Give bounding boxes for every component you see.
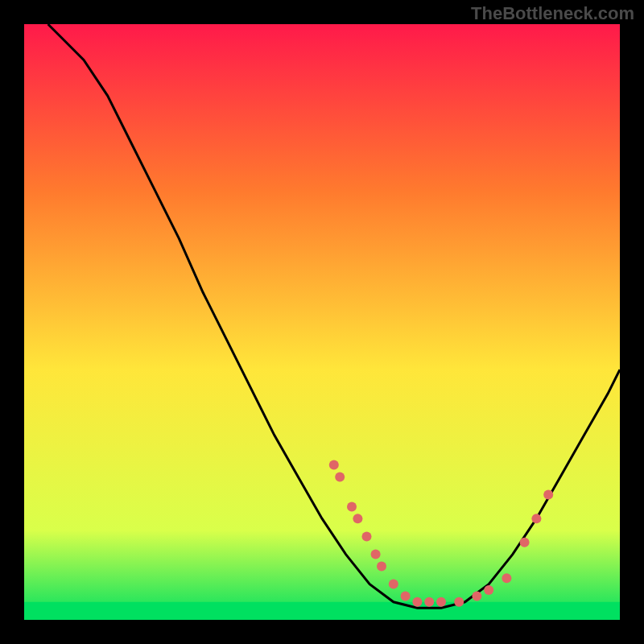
data-marker — [531, 514, 541, 523]
data-marker — [389, 580, 398, 589]
data-marker — [502, 573, 511, 583]
data-marker — [412, 597, 422, 607]
data-marker — [454, 597, 464, 607]
data-marker — [335, 472, 345, 481]
data-marker — [424, 597, 434, 607]
data-marker — [484, 585, 493, 595]
plot-background — [24, 24, 620, 620]
data-marker — [347, 502, 357, 511]
data-marker — [377, 561, 386, 571]
data-marker — [520, 538, 530, 547]
data-marker — [436, 597, 446, 607]
data-marker — [543, 490, 553, 500]
chart-container — [24, 24, 620, 620]
data-marker — [353, 514, 362, 523]
data-marker — [329, 460, 339, 470]
green-band — [24, 602, 620, 620]
data-marker — [472, 591, 481, 601]
data-marker — [362, 531, 372, 541]
data-marker — [401, 591, 411, 601]
watermark-text: TheBottleneck.com — [471, 3, 634, 24]
data-marker — [371, 550, 381, 559]
chart-svg — [24, 24, 620, 620]
